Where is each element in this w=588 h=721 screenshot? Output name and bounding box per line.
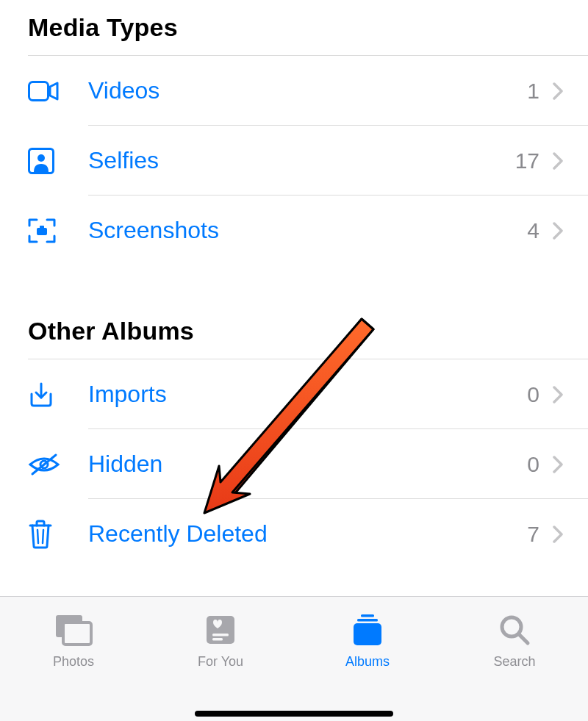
chevron-right-icon xyxy=(547,152,569,170)
screenshot-icon xyxy=(28,217,66,245)
home-indicator[interactable] xyxy=(195,711,393,717)
section-title-other-albums: Other Albums xyxy=(0,317,588,345)
row-selfies[interactable]: Selfies 17 xyxy=(28,126,588,196)
row-label: Recently Deleted xyxy=(66,520,527,548)
row-label: Selfies xyxy=(66,147,515,174)
svg-rect-19 xyxy=(357,619,378,622)
tab-for-you[interactable]: For You xyxy=(147,597,294,721)
tab-label: Photos xyxy=(53,654,94,670)
photos-tab-icon xyxy=(54,611,93,648)
import-icon xyxy=(28,381,66,408)
svg-rect-14 xyxy=(63,623,91,645)
row-count: 0 xyxy=(527,452,547,477)
section-title-media-types: Media Types xyxy=(0,13,588,42)
tab-search[interactable]: Search xyxy=(441,597,588,721)
svg-rect-4 xyxy=(40,226,44,229)
row-label: Hidden xyxy=(66,451,527,478)
row-count: 1 xyxy=(527,79,547,104)
row-hidden[interactable]: Hidden 0 xyxy=(28,429,588,499)
svg-line-8 xyxy=(43,530,43,543)
row-count: 7 xyxy=(527,522,547,547)
trash-icon xyxy=(28,520,66,549)
tab-label: For You xyxy=(198,654,243,670)
albums-tab-icon xyxy=(351,611,384,648)
row-videos[interactable]: Videos 1 xyxy=(28,56,588,126)
chevron-right-icon xyxy=(547,456,569,473)
row-label: Videos xyxy=(66,77,527,104)
search-tab-icon xyxy=(498,611,531,648)
svg-point-2 xyxy=(37,154,45,162)
hidden-eye-icon xyxy=(28,453,66,476)
chevron-right-icon xyxy=(547,525,569,543)
other-albums-list: Imports 0 Hidden 0 xyxy=(28,359,588,569)
tab-label: Search xyxy=(493,654,535,670)
row-screenshots[interactable]: Screenshots 4 xyxy=(28,196,588,265)
chevron-right-icon xyxy=(547,82,569,100)
tab-photos[interactable]: Photos xyxy=(0,597,147,721)
svg-rect-20 xyxy=(354,623,381,645)
row-imports[interactable]: Imports 0 xyxy=(28,359,588,429)
row-count: 4 xyxy=(527,218,547,243)
tab-label: Albums xyxy=(345,654,390,670)
selfie-icon xyxy=(28,148,66,174)
row-count: 17 xyxy=(515,148,547,173)
foryou-tab-icon xyxy=(205,611,236,648)
svg-line-7 xyxy=(37,530,38,543)
svg-rect-0 xyxy=(29,82,49,100)
row-label: Imports xyxy=(66,381,527,408)
svg-rect-16 xyxy=(212,634,229,636)
row-label: Screenshots xyxy=(66,217,527,244)
row-count: 0 xyxy=(527,382,547,407)
svg-line-22 xyxy=(519,634,528,643)
tab-bar: Photos For You Albums xyxy=(0,596,588,721)
svg-rect-17 xyxy=(212,638,223,641)
video-icon xyxy=(28,81,66,101)
svg-rect-18 xyxy=(361,614,374,617)
chevron-right-icon xyxy=(547,222,569,240)
svg-rect-3 xyxy=(37,228,47,235)
media-types-list: Videos 1 Selfies 17 xyxy=(28,55,588,265)
chevron-right-icon xyxy=(547,386,569,403)
tab-albums[interactable]: Albums xyxy=(294,597,441,721)
row-recently-deleted[interactable]: Recently Deleted 7 xyxy=(28,499,588,569)
